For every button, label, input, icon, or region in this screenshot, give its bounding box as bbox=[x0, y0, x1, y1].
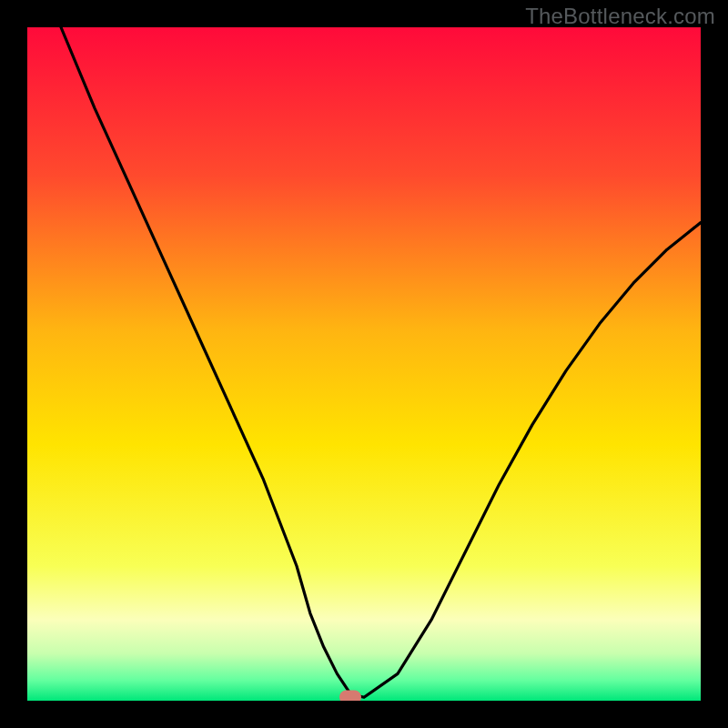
watermark-text: TheBottleneck.com bbox=[525, 4, 715, 29]
chart-frame: TheBottleneck.com bbox=[0, 0, 728, 728]
bottleneck-curve bbox=[27, 27, 701, 701]
plot-area bbox=[27, 27, 701, 701]
optimal-point-marker bbox=[339, 691, 361, 701]
